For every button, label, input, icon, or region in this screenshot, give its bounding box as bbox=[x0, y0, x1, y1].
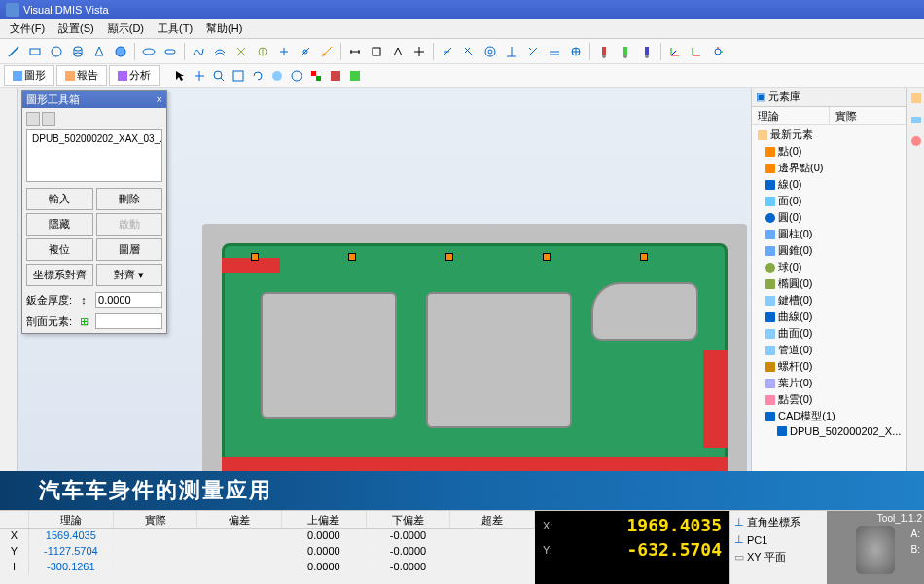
ellipse-tool-icon[interactable] bbox=[139, 42, 159, 61]
measure1-icon[interactable] bbox=[231, 42, 251, 61]
surface-tool-icon[interactable] bbox=[210, 42, 230, 61]
shade-icon[interactable] bbox=[268, 67, 286, 85]
tree-item[interactable]: 葉片(0) bbox=[764, 375, 905, 391]
tree-item[interactable]: 最新元素 bbox=[756, 127, 905, 143]
tree-item[interactable]: 球(0) bbox=[764, 259, 905, 275]
table-header[interactable]: 理論 bbox=[29, 511, 114, 528]
dim3-icon[interactable] bbox=[388, 42, 408, 61]
menu-file[interactable]: 文件(F) bbox=[4, 19, 51, 38]
coord2-icon[interactable] bbox=[687, 42, 706, 61]
thickness-input[interactable] bbox=[95, 292, 162, 308]
pc-row[interactable]: ⊥PC1 bbox=[732, 531, 825, 548]
axis1-icon[interactable] bbox=[274, 42, 294, 61]
cone-tool-icon[interactable] bbox=[89, 42, 109, 61]
slot-tool-icon[interactable] bbox=[160, 42, 180, 61]
table-row[interactable]: Y -1127.5704 0.0000 -0.0000 bbox=[0, 544, 535, 560]
tree-item[interactable]: CAD模型(1) bbox=[764, 408, 905, 424]
dim1-icon[interactable] bbox=[345, 42, 365, 61]
tree-item[interactable]: 管道(0) bbox=[764, 342, 905, 358]
menu-settings[interactable]: 設置(S) bbox=[53, 19, 100, 38]
left-dock[interactable] bbox=[0, 88, 18, 496]
table-row[interactable]: I -300.1261 0.0000 -0.0000 bbox=[0, 560, 535, 575]
menu-tools[interactable]: 工具(T) bbox=[152, 19, 198, 38]
gd4-icon[interactable] bbox=[502, 42, 521, 61]
line-tool-icon[interactable] bbox=[4, 42, 23, 61]
coord1-icon[interactable] bbox=[665, 42, 685, 61]
start-button[interactable]: 啟動 bbox=[96, 213, 163, 236]
tree-item[interactable]: 面(0) bbox=[764, 193, 905, 209]
curve-tool-icon[interactable] bbox=[189, 42, 208, 61]
list-item[interactable]: DPUB_502000202_XAX_03_... bbox=[29, 132, 160, 145]
measure2-icon[interactable] bbox=[253, 42, 272, 61]
col-actual[interactable]: 實際 bbox=[830, 107, 907, 124]
zoom-icon[interactable] bbox=[210, 67, 228, 85]
tree-item[interactable]: 橢圓(0) bbox=[764, 275, 905, 292]
tree-item[interactable]: 圓(0) bbox=[764, 209, 905, 226]
table-row[interactable]: X 1569.4035 0.0000 -0.0000 bbox=[0, 529, 535, 544]
probe3-icon[interactable] bbox=[637, 42, 657, 61]
wire-icon[interactable] bbox=[288, 67, 305, 85]
gd7-icon[interactable] bbox=[566, 42, 586, 61]
menu-display[interactable]: 顯示(D) bbox=[102, 19, 150, 38]
gd6-icon[interactable] bbox=[545, 42, 564, 61]
col-theory[interactable]: 理論 bbox=[752, 107, 830, 124]
dock-icon-3[interactable] bbox=[909, 134, 923, 148]
tree-item[interactable]: 曲面(0) bbox=[764, 325, 905, 342]
tree-item[interactable]: 曲線(0) bbox=[764, 309, 905, 325]
delete-button[interactable]: 刪除 bbox=[96, 188, 163, 210]
color-icon[interactable] bbox=[307, 67, 325, 85]
tree-item[interactable]: 點(0) bbox=[764, 143, 905, 160]
tree-item[interactable]: 點雲(0) bbox=[764, 391, 905, 408]
coord-system-row[interactable]: ⊥直角坐標系 bbox=[732, 513, 825, 531]
cursor-icon[interactable] bbox=[171, 67, 189, 85]
tree-item[interactable]: 鍵槽(0) bbox=[764, 292, 905, 309]
axis3-icon[interactable] bbox=[317, 42, 337, 61]
floppy-icon[interactable] bbox=[327, 67, 344, 85]
dim2-icon[interactable] bbox=[367, 42, 386, 61]
cad-model[interactable] bbox=[202, 224, 747, 496]
tab-report[interactable]: 報告 bbox=[56, 65, 107, 86]
hide-button[interactable]: 隱藏 bbox=[26, 213, 93, 236]
cylinder-tool-icon[interactable] bbox=[68, 42, 88, 61]
toolbox-tab-1[interactable] bbox=[26, 112, 40, 126]
table-header[interactable] bbox=[0, 511, 29, 528]
table-header[interactable]: 下偏差 bbox=[367, 511, 451, 528]
tree-item[interactable]: 圓柱(0) bbox=[764, 226, 905, 242]
table-header[interactable]: 偏差 bbox=[197, 511, 282, 528]
toolbox-list[interactable]: DPUB_502000202_XAX_03_... bbox=[26, 129, 162, 182]
profile-icon[interactable]: ⊞ bbox=[76, 313, 91, 329]
plane-row[interactable]: ▭XY 平面 bbox=[732, 548, 825, 566]
probe2-icon[interactable] bbox=[616, 42, 635, 61]
export-icon[interactable] bbox=[346, 67, 364, 85]
reset-button[interactable]: 複位 bbox=[26, 238, 93, 261]
align-button[interactable]: 對齊 ▾ bbox=[96, 264, 163, 286]
close-icon[interactable]: × bbox=[157, 93, 162, 105]
table-header[interactable]: 超差 bbox=[450, 511, 535, 528]
axis2-icon[interactable] bbox=[296, 42, 315, 61]
tree-item[interactable]: DPUB_502000202_X... bbox=[775, 424, 905, 438]
dim4-icon[interactable] bbox=[409, 42, 429, 61]
tab-graphics[interactable]: 圖形 bbox=[4, 65, 54, 86]
input-button[interactable]: 輸入 bbox=[26, 188, 93, 210]
pan-icon[interactable] bbox=[191, 67, 208, 85]
toolbox-title[interactable]: 圖形工具箱 × bbox=[22, 91, 166, 108]
rotate-icon[interactable] bbox=[249, 67, 267, 85]
coord-align-button[interactable]: 坐標系對齊 bbox=[26, 264, 93, 286]
coord3-icon[interactable] bbox=[708, 42, 728, 61]
thickness-icon[interactable]: ↕ bbox=[76, 292, 91, 308]
tree-item[interactable]: 線(0) bbox=[764, 176, 905, 193]
dock-icon-2[interactable] bbox=[909, 113, 923, 127]
circle-tool-icon[interactable] bbox=[47, 42, 66, 61]
tree-item[interactable]: 螺杆(0) bbox=[764, 358, 905, 375]
profile-input[interactable] bbox=[95, 313, 162, 329]
gd5-icon[interactable] bbox=[523, 42, 543, 61]
fit-icon[interactable] bbox=[230, 67, 247, 85]
tree-item[interactable]: 邊界點(0) bbox=[764, 160, 905, 176]
toolbox-tab-2[interactable] bbox=[42, 112, 55, 126]
sphere-tool-icon[interactable] bbox=[111, 42, 130, 61]
gd1-icon[interactable] bbox=[438, 42, 457, 61]
plane-tool-icon[interactable] bbox=[25, 42, 45, 61]
menu-help[interactable]: 幫助(H) bbox=[200, 19, 248, 38]
gd3-icon[interactable] bbox=[480, 42, 500, 61]
tab-analysis[interactable]: 分析 bbox=[109, 65, 160, 86]
